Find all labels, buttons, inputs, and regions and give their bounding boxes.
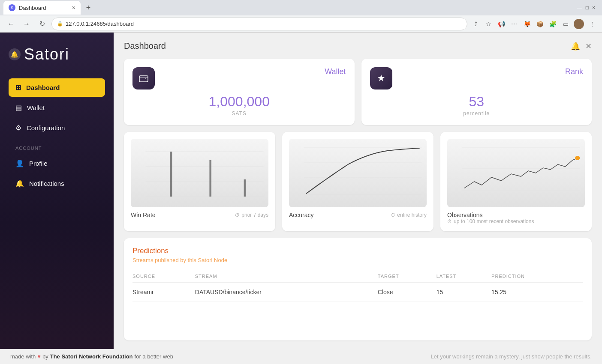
extension-icon-1[interactable]: 📢: [497, 19, 506, 29]
footer-brand: The Satori Network Foundation: [50, 353, 133, 360]
win-rate-meta: ⏱ prior 7 days: [235, 212, 268, 218]
sidebar-account-nav: 👤 Profile 🔔 Notifications: [9, 154, 105, 193]
sidebar-item-configuration[interactable]: ⚙ Configuration: [9, 119, 105, 137]
rank-card-top: Rank: [370, 67, 584, 90]
observations-svg: [447, 139, 585, 207]
observations-footer: Observations ⏱ up to 100 most recent obs…: [447, 212, 585, 224]
account-section-label: ACCOUNT: [9, 146, 105, 151]
win-rate-footer: Win Rate ⏱ prior 7 days: [131, 212, 268, 218]
browser-chrome: S Dashboard × + — □ × ← → ↻ 🔒 127.0.0.1:…: [0, 0, 602, 33]
extension-icon-3[interactable]: 🦊: [522, 19, 532, 29]
win-rate-chart-card: 3 2 1 0 now: [124, 132, 275, 231]
wallet-card-value: 1,000,000: [132, 94, 346, 110]
predictions-table: SOURCE STREAM TARGET LATEST PREDICTION S…: [132, 270, 583, 302]
extension-icon-4[interactable]: 📦: [535, 19, 545, 29]
row-prediction: 15.25: [491, 283, 583, 302]
row-source: Streamr: [132, 283, 195, 302]
close-icon[interactable]: ✕: [585, 42, 592, 51]
gear-icon: ⚙: [15, 124, 21, 132]
share-icon[interactable]: ⤴: [471, 19, 480, 29]
menu-button[interactable]: ⋮: [587, 19, 597, 29]
footer-heart: ♥: [37, 353, 41, 360]
col-stream: STREAM: [195, 270, 378, 283]
win-rate-svg: [131, 139, 268, 207]
tab-favicon: S: [9, 4, 15, 11]
extension-icon-5[interactable]: 🧩: [548, 19, 557, 29]
logo-icon: 🔔: [9, 48, 21, 60]
extension-icon-2[interactable]: ⋯: [509, 19, 519, 29]
minimize-button[interactable]: —: [577, 5, 582, 11]
lock-icon: 🔒: [57, 21, 63, 27]
row-target: Close: [378, 283, 436, 302]
observations-chart-area: 16 14 12: [447, 139, 585, 207]
sidebar-toggle[interactable]: ▭: [561, 19, 570, 29]
new-tab-button[interactable]: +: [82, 2, 94, 14]
wallet-card-sublabel: SATS: [132, 110, 346, 116]
accuracy-title: Accuracy: [289, 212, 314, 218]
svg-rect-1: [131, 139, 268, 207]
svg-rect-6: [170, 152, 172, 197]
table-row: Streamr DATAUSD/binance/ticker Close 15 …: [132, 283, 583, 302]
sidebar-item-dashboard[interactable]: ⊞ Dashboard: [9, 78, 105, 97]
refresh-button[interactable]: ↻: [36, 18, 48, 30]
footer: made with ♥ by The Satori Network Founda…: [0, 349, 602, 364]
footer-left: made with ♥ by The Satori Network Founda…: [10, 353, 173, 360]
accuracy-chart-card: 1.0 0.8 0.6 0.4 now: [282, 132, 433, 231]
dashboard-icon: ⊞: [15, 84, 21, 92]
sidebar-label-configuration: Configuration: [27, 124, 65, 131]
sidebar-nav: ⊞ Dashboard ▤ Wallet ⚙ Configuration: [9, 78, 105, 137]
browser-nav: ← → ↻ 🔒 127.0.0.1:24685/dashboard ⤴ ☆ 📢 …: [0, 15, 602, 33]
col-source: SOURCE: [132, 270, 195, 283]
footer-tagline: Let your workings remain a mystery, just…: [431, 353, 592, 360]
main-content: Dashboard 🔔 ✕ Wallet 1,000,000 SATS: [114, 33, 602, 349]
accuracy-meta-text: entire history: [397, 212, 427, 218]
wallet-card-icon: [132, 67, 155, 90]
accuracy-footer: Accuracy ⏱ entire history: [289, 212, 427, 218]
row-stream: DATAUSD/binance/ticker: [195, 283, 378, 302]
back-button[interactable]: ←: [5, 18, 17, 30]
footer-by: by: [42, 353, 48, 360]
profile-avatar[interactable]: [574, 19, 584, 29]
restore-button[interactable]: □: [586, 5, 589, 11]
clock-icon-obs: ⏱: [447, 219, 452, 224]
clock-icon-accuracy: ⏱: [391, 212, 395, 218]
tab-close-button[interactable]: ×: [72, 4, 75, 11]
footer-made-with: made with: [10, 353, 36, 360]
predictions-card: Predictions Streams published by this Sa…: [124, 238, 592, 340]
observations-footer-inner: Observations ⏱ up to 100 most recent obs…: [447, 212, 534, 224]
profile-icon: 👤: [15, 159, 24, 167]
sidebar-label-wallet: Wallet: [27, 104, 45, 111]
predictions-subtitle: Streams published by this Satori Node: [132, 257, 583, 263]
observations-meta-text: up to 100 most recent observations: [454, 218, 534, 224]
notification-bell-icon[interactable]: 🔔: [571, 42, 580, 51]
rank-card-icon: [370, 67, 392, 90]
col-prediction: PREDICTION: [491, 270, 583, 283]
charts-row: 3 2 1 0 now: [124, 132, 592, 231]
bell-icon: 🔔: [15, 179, 24, 188]
clock-icon-winrate: ⏱: [235, 212, 240, 218]
sidebar-label-notifications: Notifications: [29, 180, 64, 187]
rank-card-value: 53: [370, 94, 584, 110]
observations-title: Observations: [447, 212, 534, 218]
close-window-button[interactable]: ×: [592, 5, 595, 11]
rank-card: Rank 53 percentile: [361, 59, 592, 125]
address-bar[interactable]: 🔒 127.0.0.1:24685/dashboard: [51, 18, 467, 30]
url-text: 127.0.0.1:24685/dashboard: [66, 21, 134, 27]
rank-card-sublabel: percentile: [370, 110, 584, 116]
sidebar: 🔔 Satori ⊞ Dashboard ▤ Wallet ⚙ Configur…: [0, 33, 114, 349]
page-header: Dashboard 🔔 ✕: [124, 41, 592, 51]
sidebar-item-profile[interactable]: 👤 Profile: [9, 154, 105, 173]
sidebar-item-notifications[interactable]: 🔔 Notifications: [9, 174, 105, 193]
accuracy-meta: ⏱ entire history: [391, 212, 427, 218]
app: 🔔 Satori ⊞ Dashboard ▤ Wallet ⚙ Configur…: [0, 33, 602, 349]
wallet-icon: ▤: [15, 104, 22, 112]
predictions-table-header: SOURCE STREAM TARGET LATEST PREDICTION: [132, 270, 583, 283]
row-latest: 15: [436, 283, 491, 302]
bookmark-icon[interactable]: ☆: [484, 19, 493, 29]
forward-button[interactable]: →: [21, 18, 33, 30]
browser-tab[interactable]: S Dashboard ×: [3, 1, 81, 15]
col-latest: LATEST: [436, 270, 491, 283]
win-rate-chart-area: 3 2 1 0 now: [131, 139, 268, 207]
sidebar-item-wallet[interactable]: ▤ Wallet: [9, 98, 105, 117]
page-title: Dashboard: [124, 41, 166, 51]
